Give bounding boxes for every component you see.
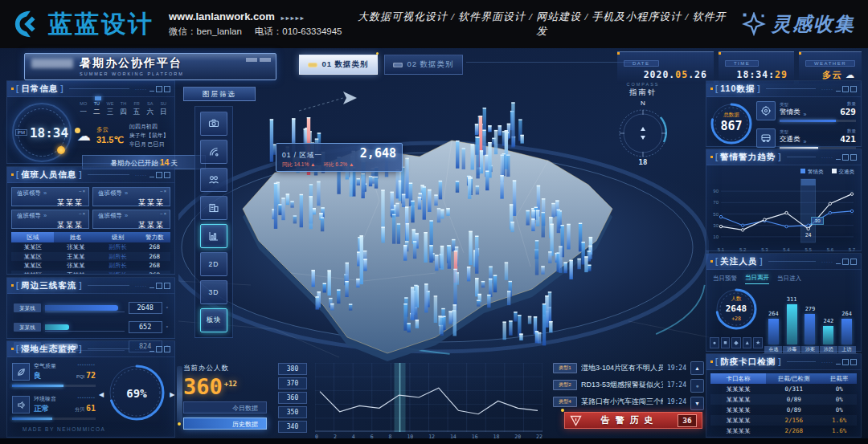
svg-text:10: 10 bbox=[713, 234, 719, 239]
layer-button-2d[interactable]: 2D bbox=[200, 252, 227, 276]
legend-traffic: 交通类 bbox=[832, 169, 855, 176]
focus-bar-label: 涉恐 bbox=[820, 346, 837, 353]
maximize-icon[interactable] bbox=[156, 172, 162, 178]
layer-button-3d[interactable]: 3D bbox=[200, 280, 227, 304]
table-cell: 268 bbox=[138, 261, 170, 271]
car-icon[interactable]: ■ bbox=[721, 337, 731, 348]
expand-icon[interactable] bbox=[850, 86, 857, 92]
weekday-cell[interactable]: FR五 bbox=[132, 101, 141, 117]
table-row[interactable]: 某某某某2/1561.6% bbox=[710, 415, 857, 426]
svg-text:5.3: 5.3 bbox=[761, 247, 768, 252]
maximize-icon[interactable] bbox=[156, 283, 162, 289]
minimize-icon[interactable] bbox=[836, 263, 841, 264]
minimize-icon[interactable] bbox=[149, 90, 154, 92]
panel-title: 110数据 bbox=[720, 84, 755, 95]
minimize-icon[interactable] bbox=[149, 287, 154, 288]
svg-text:50: 50 bbox=[713, 212, 719, 217]
weekday-cell[interactable]: MO一 bbox=[79, 101, 88, 117]
table-row[interactable]: 某某区王某某副所长268 bbox=[11, 252, 170, 262]
gauge-right-arrow-icon[interactable]: ▶ bbox=[170, 391, 174, 398]
alarm-icon bbox=[756, 101, 776, 120]
alert-type-badge: 类型4 bbox=[553, 397, 577, 407]
minimize-icon[interactable] bbox=[836, 363, 841, 365]
table-row[interactable]: 某某某某2/2681.6% bbox=[710, 426, 857, 436]
alert-item[interactable]: 类型4某路口有小汽车连闯三个红灯19:24 bbox=[553, 395, 704, 408]
duty-leader-card[interactable]: 值班领导»某某某 bbox=[11, 187, 89, 206]
today-data-button[interactable]: 今日数据 bbox=[183, 401, 267, 413]
flag-icon[interactable]: ★ bbox=[753, 337, 763, 348]
lunar-calendar: 闰四月初四 庚子年【鼠年】 辛巳月 己巳日 bbox=[129, 123, 169, 149]
scroll-down-icon[interactable]: ▼ bbox=[690, 397, 704, 410]
minimize-icon[interactable] bbox=[836, 90, 841, 92]
layer-button-plate[interactable]: 板块 bbox=[200, 308, 227, 332]
focus-tabs: 当日预警当日离开当日进入 bbox=[706, 270, 861, 284]
date-label: DATE bbox=[624, 60, 659, 67]
maximize-icon[interactable] bbox=[156, 86, 162, 92]
inspiration-logo[interactable]: 灵感收集 bbox=[742, 11, 855, 37]
table-row[interactable]: 某某某某0/890% bbox=[710, 394, 857, 405]
alarm-history-count: 36 bbox=[678, 414, 697, 427]
maximize-icon[interactable] bbox=[842, 86, 849, 92]
trend-legend: 警情类 交通类 bbox=[706, 165, 861, 176]
history-data-button[interactable]: 历史数据 bbox=[183, 418, 267, 430]
minimize-icon[interactable] bbox=[149, 350, 154, 352]
table-row[interactable]: 某某某某0/890% bbox=[710, 405, 857, 415]
layer-button-team[interactable] bbox=[200, 168, 227, 192]
maximize-icon[interactable] bbox=[842, 154, 849, 161]
website-link[interactable]: www.lanlanwork.com bbox=[169, 10, 275, 22]
layer-button-building[interactable] bbox=[200, 196, 227, 220]
tab-data-category-1[interactable]: 01 数据类别 bbox=[299, 55, 378, 75]
duty-name: 某某某 bbox=[98, 198, 165, 208]
minimize-icon[interactable] bbox=[836, 158, 841, 160]
user-icon[interactable]: ● bbox=[710, 337, 719, 348]
expand-icon[interactable] bbox=[850, 259, 857, 265]
expand-icon[interactable] bbox=[850, 154, 857, 161]
alert-item[interactable]: 类型2RD13-53烟感报警疑似火灾17:24 bbox=[553, 378, 704, 391]
minimize-icon[interactable] bbox=[149, 176, 154, 177]
scroll-up-icon[interactable]: ▲ bbox=[690, 361, 704, 375]
maximize-icon[interactable] bbox=[842, 259, 849, 265]
tab-data-category-2[interactable]: 02 数据类别 bbox=[384, 55, 463, 75]
table-row[interactable]: 某某区张某某副所长268 bbox=[11, 261, 170, 271]
expand-icon[interactable] bbox=[164, 172, 170, 178]
gauge-scrollbar[interactable] bbox=[177, 366, 182, 422]
table-row[interactable]: 某某区王某某副所长268 bbox=[11, 271, 170, 275]
svg-text:2648: 2648 bbox=[726, 303, 747, 314]
expand-icon[interactable] bbox=[164, 283, 170, 289]
layer-button-chart[interactable] bbox=[200, 224, 227, 248]
camera-icon[interactable]: ◆ bbox=[731, 337, 741, 348]
weekday-cell[interactable]: TU二 bbox=[92, 101, 102, 117]
expand-icon[interactable] bbox=[164, 346, 170, 352]
weekday-cell[interactable]: WE三 bbox=[105, 101, 115, 117]
weekday-cell[interactable]: SU日 bbox=[158, 101, 168, 117]
bag-icon[interactable]: ▲ bbox=[743, 337, 752, 348]
alert-area: 类型1湿地3-104片区有不明人员闯入19:24类型2RD13-53烟感报警疑似… bbox=[553, 361, 704, 429]
eco-progress bbox=[12, 418, 96, 420]
layer-button-camera[interactable] bbox=[200, 112, 227, 136]
focus-tab-1[interactable]: 当日离开 bbox=[745, 274, 769, 284]
compass-dial[interactable]: N 18 bbox=[609, 98, 677, 167]
alarm-history-banner[interactable]: 告警历史 36 bbox=[564, 412, 702, 429]
maximize-icon[interactable] bbox=[842, 359, 849, 365]
duty-leader-card[interactable]: 值班领导»某某某 bbox=[11, 210, 89, 229]
table-row[interactable]: 某某区张某某副所长268 bbox=[11, 242, 170, 252]
focus-tab-0[interactable]: 当日预警 bbox=[713, 275, 737, 284]
maximize-icon[interactable] bbox=[156, 346, 162, 352]
focus-tab-2[interactable]: 当日进入 bbox=[777, 275, 801, 284]
trend-line-chart: 907050301030245.15.25.35.45.55.65.7 bbox=[706, 176, 861, 256]
lanlan-logo[interactable]: 蓝蓝设计 bbox=[13, 8, 154, 41]
expand-icon[interactable] bbox=[164, 86, 170, 92]
table-row[interactable]: 某某某某0/3110% bbox=[710, 384, 857, 394]
weekday-cell[interactable]: SA六 bbox=[145, 101, 155, 117]
gauge-left-arrow-icon[interactable]: ◀ bbox=[99, 391, 104, 398]
weekday-cell[interactable]: TH四 bbox=[119, 101, 129, 117]
focus-bar-group: 242涉恐 bbox=[821, 318, 837, 353]
duty-leader-card[interactable]: 值班领导»某某某 bbox=[92, 210, 170, 229]
duty-leader-card[interactable]: 值班领导»某某某 bbox=[92, 187, 170, 206]
panel-title: 周边三线客流 bbox=[21, 280, 76, 291]
alert-item[interactable]: 类型1湿地3-104片区有不明人员闯入19:24 bbox=[553, 361, 704, 374]
focus-bar bbox=[823, 326, 833, 344]
flow-row: 某某线2648* bbox=[14, 302, 168, 314]
layer-button-signal[interactable] bbox=[200, 140, 227, 164]
expand-icon[interactable] bbox=[850, 359, 857, 365]
